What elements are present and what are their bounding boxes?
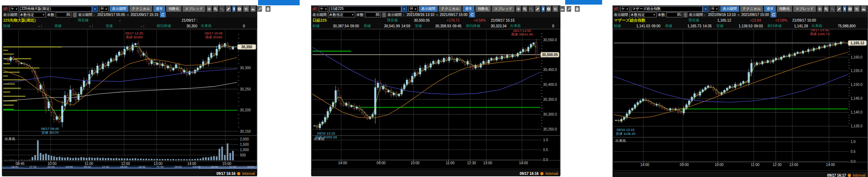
chart-canvas[interactable]: 30,15030,20030,25030,30030,3505001,0001,…: [2, 29, 257, 169]
info-icon[interactable]: i: [848, 6, 852, 12]
spread-mode-button[interactable]: スプレッド: [492, 6, 514, 12]
svg-text:09/17 15:05: 09/17 15:05: [205, 31, 223, 35]
high-label: 高値: [54, 23, 61, 28]
count-mode-select[interactable]: 本数指定▼: [328, 12, 355, 17]
chevron-down-icon: ▼: [105, 8, 107, 10]
symbol-dropdown-button[interactable]: ▼: [401, 6, 407, 12]
zoom-in-icon[interactable]: [523, 6, 527, 12]
yen-display-icon[interactable]: ¥: [232, 6, 235, 12]
info-icon[interactable]: i: [546, 6, 551, 12]
count-stepper[interactable]: ▲▼: [684, 12, 687, 17]
draw-pencil-icon[interactable]: [837, 6, 841, 12]
indexed-mode-button[interactable]: 指数化: [777, 6, 792, 12]
display-period-button[interactable]: 表示期間: [720, 6, 739, 12]
chart-area[interactable]: 30,15030,20030,25030,30030,3505001,0001,…: [2, 29, 257, 171]
low-time: 09:45: [452, 24, 465, 28]
normal-mode-button[interactable]: 通常: [764, 6, 776, 12]
count-mode-select[interactable]: 本数指定▼: [19, 12, 46, 17]
my-settings-icon[interactable]: MY: [553, 6, 558, 12]
zoom-in-icon[interactable]: [213, 6, 218, 12]
count-mode-select[interactable]: 本数指定▼: [629, 12, 657, 17]
svg-text:30,300.0: 30,300.0: [543, 112, 557, 116]
change-value: +23.84: [733, 18, 761, 22]
count-input[interactable]: 85: [666, 12, 682, 17]
interval-select[interactable]: 5分足▼: [99, 6, 108, 12]
interval-select[interactable]: 5分足▼: [408, 6, 418, 12]
reload-period-icon[interactable]: [160, 12, 166, 17]
navigator-handle-left[interactable]: [199, 166, 200, 169]
symbol-select[interactable]: 日経225: [329, 6, 401, 12]
step-up-icon[interactable]: ▲: [684, 12, 687, 15]
print-icon[interactable]: [266, 6, 270, 12]
yen-display-icon[interactable]: ¥: [542, 6, 545, 12]
info-icon[interactable]: i: [237, 6, 242, 12]
display-period-button[interactable]: 表示期間: [110, 6, 128, 12]
market-select[interactable]: マーケット▼: [319, 6, 328, 12]
link-group-icon[interactable]: 1: [312, 7, 317, 11]
technical-button[interactable]: テクニカル: [740, 6, 763, 12]
my-settings-icon[interactable]: MY: [854, 6, 859, 12]
market-select[interactable]: マーケット▼: [620, 6, 629, 12]
step-down-icon[interactable]: ▼: [684, 15, 687, 17]
symbol-dropdown-button[interactable]: ▼: [703, 6, 708, 12]
technical-button[interactable]: テクニカル: [130, 6, 152, 12]
link-group-icon[interactable]: 1: [3, 7, 7, 11]
symbol-select[interactable]: 225先物大阪(期近): [20, 6, 92, 12]
yen-display-icon[interactable]: ¥: [843, 6, 846, 12]
reload-period-icon[interactable]: [469, 12, 475, 17]
svg-text:30,350.0: 30,350.0: [543, 98, 557, 101]
indexed-mode-button[interactable]: 指数化: [476, 6, 491, 12]
technical-button[interactable]: テクニカル: [439, 6, 461, 12]
count-stepper[interactable]: ▲▼: [73, 12, 77, 17]
chart-window-0[interactable]: 1 マーケット▼ 225先物大阪(期近) ▼ 5分足▼ 表示期間 テクニカル 通…: [2, 5, 257, 175]
chart-window-1[interactable]: 1 マーケット▼ 日経225 ▼ 5分足▼ 表示期間 テクニカル 通常 指数化 …: [311, 5, 561, 175]
zoom-out-icon[interactable]: [830, 6, 835, 12]
spread-mode-button[interactable]: スプレッド: [793, 6, 816, 12]
count-input[interactable]: 85: [56, 12, 71, 17]
my-settings-icon[interactable]: MY: [243, 6, 249, 12]
draw-pencil-icon[interactable]: [226, 6, 231, 12]
step-up-icon[interactable]: ▲: [382, 12, 386, 15]
chart-image-icon[interactable]: [560, 6, 565, 12]
chart-image-icon[interactable]: [861, 6, 866, 12]
background-window-fragment[interactable]: [258, 0, 300, 5]
zoom-in-icon[interactable]: [824, 6, 829, 12]
display-period-button[interactable]: 表示期間: [419, 6, 438, 12]
draw-pencil-icon[interactable]: [535, 6, 540, 12]
count-input[interactable]: 85: [365, 12, 381, 17]
indexed-mode-button[interactable]: 指数化: [166, 6, 181, 12]
chart-canvas[interactable]: 1,135.01,140.01,145.01,150.01,155.01,160…: [613, 29, 868, 171]
crosshair-icon[interactable]: [516, 6, 521, 12]
interval-select[interactable]: 5分足▼: [710, 6, 719, 12]
chart-canvas[interactable]: 30,250.030,300.030,350.030,400.030,450.0…: [311, 29, 560, 169]
count-stepper[interactable]: ▲▼: [382, 12, 386, 17]
chart-area[interactable]: 1,135.01,140.01,145.01,150.01,155.01,160…: [613, 29, 868, 172]
chart-area[interactable]: 30,250.030,300.030,350.030,400.030,450.0…: [311, 29, 560, 171]
normal-mode-button[interactable]: 通常: [154, 6, 165, 12]
svg-text:1: 1: [316, 9, 317, 11]
symbol-select[interactable]: マザーズ総合指数: [631, 6, 703, 12]
zoom-out-icon[interactable]: [529, 6, 534, 12]
period-label: 表示期間：: [78, 12, 96, 17]
svg-text:出来高: 出来高: [615, 139, 626, 143]
market-select[interactable]: マーケット▼: [10, 6, 19, 12]
step-down-icon[interactable]: ▼: [73, 15, 77, 17]
zoom-out-icon[interactable]: [220, 6, 224, 12]
reload-period-icon[interactable]: [771, 12, 776, 17]
step-up-icon[interactable]: ▲: [73, 12, 77, 15]
chart-image-icon[interactable]: [251, 6, 256, 12]
svg-text:10:00: 10:00: [411, 161, 419, 165]
spread-mode-button[interactable]: スプレッド: [183, 6, 205, 12]
print-icon[interactable]: [575, 6, 580, 12]
wrench-icon[interactable]: [257, 6, 262, 12]
chart-window-2[interactable]: 1 マーケット▼ マザーズ総合指数 ▼ 5分足▼ 表示期間 テクニカル 通常 指…: [612, 5, 868, 177]
symbol-dropdown-button[interactable]: ▼: [92, 6, 98, 12]
crosshair-icon[interactable]: [207, 6, 211, 12]
normal-mode-button[interactable]: 通常: [463, 6, 474, 12]
crosshair-icon[interactable]: [818, 6, 822, 12]
link-group-icon[interactable]: 1: [614, 7, 618, 11]
background-window-fragment[interactable]: [565, 0, 602, 5]
svg-text:1: 1: [7, 9, 7, 11]
step-down-icon[interactable]: ▼: [382, 15, 386, 17]
wrench-icon[interactable]: [567, 6, 571, 12]
